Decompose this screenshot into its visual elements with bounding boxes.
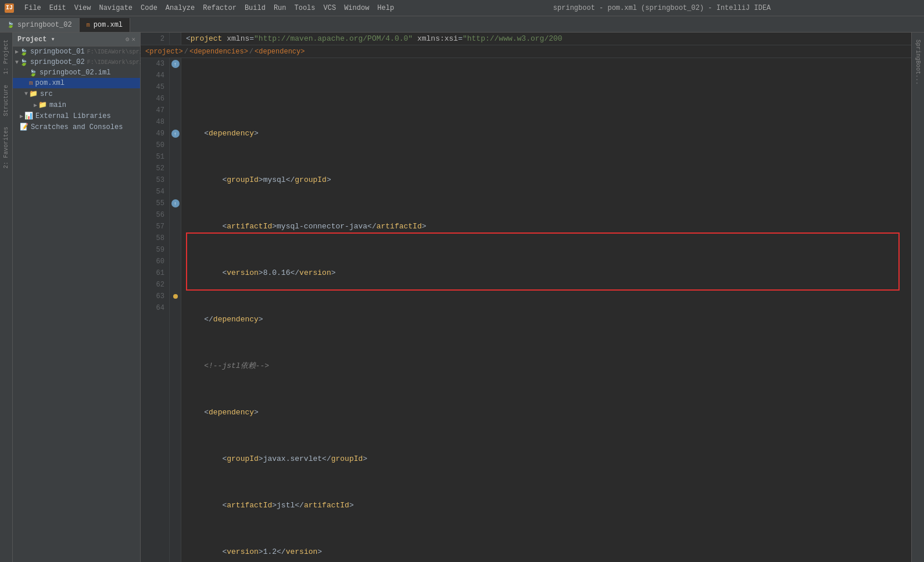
gutter-59: [170, 244, 181, 256]
strip-favorites[interactable]: 2: Favorites: [2, 122, 10, 173]
linenum-64: 64: [141, 302, 164, 314]
code-line-47: </dependency>: [186, 314, 911, 325]
breadcrumb-dependency: <dependency>: [255, 48, 305, 56]
linenum-54: 54: [141, 186, 164, 198]
linenum-63: 63: [141, 291, 164, 302]
tree-label-iml: springboot_02.iml: [40, 69, 110, 77]
editor-wrapper: 43 44 45 46 47 48 49 50 51 52 53 54 55 5…: [141, 58, 911, 562]
code-line-49: <dependency>: [186, 407, 911, 418]
gutter-45: [170, 81, 181, 93]
linenum-53: 53: [141, 174, 164, 186]
tree-item-springboot02[interactable]: ▼ 🍃 springboot_02 F:\IDEAWork\springboot: [13, 57, 140, 67]
menu-bar[interactable]: File Edit View Navigate Code Analyze Ref…: [21, 3, 397, 13]
tree-item-extlibs[interactable]: ▶ 📊 External Libraries: [13, 110, 140, 121]
menu-window[interactable]: Window: [341, 3, 373, 13]
springboot-right-label[interactable]: SpringBoot...: [914, 35, 922, 90]
strip-structure[interactable]: Structure: [2, 80, 10, 121]
linenum-46: 46: [141, 93, 164, 105]
close-panel-icon[interactable]: ✕: [131, 35, 135, 43]
menu-refactor[interactable]: Refactor: [199, 3, 240, 13]
linenum-58: 58: [141, 232, 164, 244]
settings-icon[interactable]: ⚙: [126, 35, 130, 43]
tree-item-scratches[interactable]: 📝 Scratches and Consoles: [13, 121, 140, 133]
expand-arrow-main: ▶: [34, 102, 37, 109]
extlib-icon: 📊: [24, 112, 33, 120]
menu-navigate[interactable]: Navigate: [95, 3, 136, 13]
tree-label-springboot02: springboot_02: [30, 58, 85, 66]
main-icon: 📁: [38, 101, 47, 109]
menu-tools[interactable]: Tools: [291, 3, 319, 13]
code-line-50: <groupId>javax.servlet</groupId>: [186, 453, 911, 465]
gutter-62: [170, 279, 181, 291]
breadcrumb-dependencies: <dependencies>: [189, 48, 248, 56]
tab-springboot02-label: springboot_02: [17, 21, 72, 29]
line-numbers: 43 44 45 46 47 48 49 50 51 52 53 54 55 5…: [141, 58, 170, 562]
code-line-51: <artifactId>jstl</artifactId>: [186, 500, 911, 511]
expand-arrow-springboot01: ▶: [15, 48, 19, 55]
left-toolstrip: 1: Project Structure 2: Favorites: [0, 33, 13, 562]
menu-edit[interactable]: Edit: [46, 3, 70, 13]
gutter-63: [170, 291, 181, 302]
strip-project[interactable]: 1: Project: [2, 35, 10, 79]
gutter-57: [170, 221, 181, 232]
tree-item-iml[interactable]: 🍃 springboot_02.iml: [13, 67, 140, 78]
linenum-51: 51: [141, 151, 164, 163]
window-title: springboot - pom.xml (springboot_02) - I…: [404, 4, 919, 12]
menu-analyze[interactable]: Analyze: [162, 3, 198, 13]
spring-icon: 🍃: [7, 22, 14, 28]
menu-help[interactable]: Help: [374, 3, 397, 13]
pomxml-icon: m: [29, 80, 33, 87]
panel-header-icons[interactable]: ⚙ ✕: [126, 35, 135, 43]
highlight-box: [186, 232, 900, 291]
breadcrumb-bar: <project> / <dependencies> / <dependency…: [141, 45, 911, 58]
menu-build[interactable]: Build: [241, 3, 269, 13]
menu-file[interactable]: File: [21, 3, 45, 13]
gutter-54: [170, 186, 181, 198]
push-icon-49: ↑: [171, 130, 180, 138]
src-icon: 📁: [29, 90, 38, 98]
gutter-48: [170, 116, 181, 128]
tree-item-springboot01[interactable]: ▶ 🍃 springboot_01 F:\IDEAWork\springboot: [13, 46, 140, 57]
tab-bar: 🍃 springboot_02 m pom.xml: [0, 16, 924, 33]
editor-area: 2 <project xmlns="http://maven.apache.or…: [141, 33, 911, 562]
gutter-51: [170, 151, 181, 163]
menu-vcs[interactable]: VCS: [320, 3, 340, 13]
code-container[interactable]: 43 44 45 46 47 48 49 50 51 52 53 54 55 5…: [141, 58, 911, 562]
linenum-43: 43: [141, 58, 164, 70]
breadcrumb-project: <project>: [145, 48, 183, 56]
gutter-47: [170, 105, 181, 116]
tab-springboot02[interactable]: 🍃 springboot_02: [0, 18, 80, 32]
gutter-61: [170, 267, 181, 279]
tree-item-src[interactable]: ▼ 📁 src: [13, 88, 140, 99]
gutter-43: ↑: [170, 58, 181, 70]
breadcrumb-sep1: /: [184, 48, 188, 56]
expand-arrow-src: ▼: [24, 91, 28, 97]
scratch-icon: 📝: [20, 123, 28, 131]
linenum-44: 44: [141, 70, 164, 81]
main-layout: 1: Project Structure 2: Favorites Projec…: [0, 33, 924, 562]
tree-label-src: src: [40, 90, 53, 98]
tab-pom-xml[interactable]: m pom.xml: [80, 18, 130, 32]
module-icon-springboot02: 🍃: [20, 59, 28, 66]
iml-icon: 🍃: [29, 69, 37, 77]
right-toolstrip: SpringBoot...: [911, 33, 924, 562]
tab-pom-xml-label: pom.xml: [94, 21, 123, 29]
linenum-50: 50: [141, 139, 164, 151]
linenum-49: 49: [141, 128, 164, 139]
tree-label-scratches: Scratches and Consoles: [31, 123, 123, 131]
gutter-53: [170, 174, 181, 186]
linenum-62: 62: [141, 279, 164, 291]
tree-item-main[interactable]: ▶ 📁 main: [13, 99, 140, 110]
tree-item-pomxml[interactable]: m pom.xml: [13, 78, 140, 88]
menu-code[interactable]: Code: [137, 3, 161, 13]
menu-view[interactable]: View: [71, 3, 95, 13]
gutter-46: [170, 93, 181, 105]
push-icon-55: ↑: [171, 199, 180, 207]
expand-arrow-extlibs: ▶: [20, 113, 23, 120]
gutter-44: [170, 70, 181, 81]
code-editor[interactable]: <dependency> <groupId>mysql</groupId> <a…: [181, 58, 911, 562]
menu-run[interactable]: Run: [270, 3, 290, 13]
editor-top-line: 2 <project xmlns="http://maven.apache.or…: [141, 33, 911, 45]
code-line-43: <dependency>: [186, 128, 911, 139]
gutter-50: [170, 139, 181, 151]
